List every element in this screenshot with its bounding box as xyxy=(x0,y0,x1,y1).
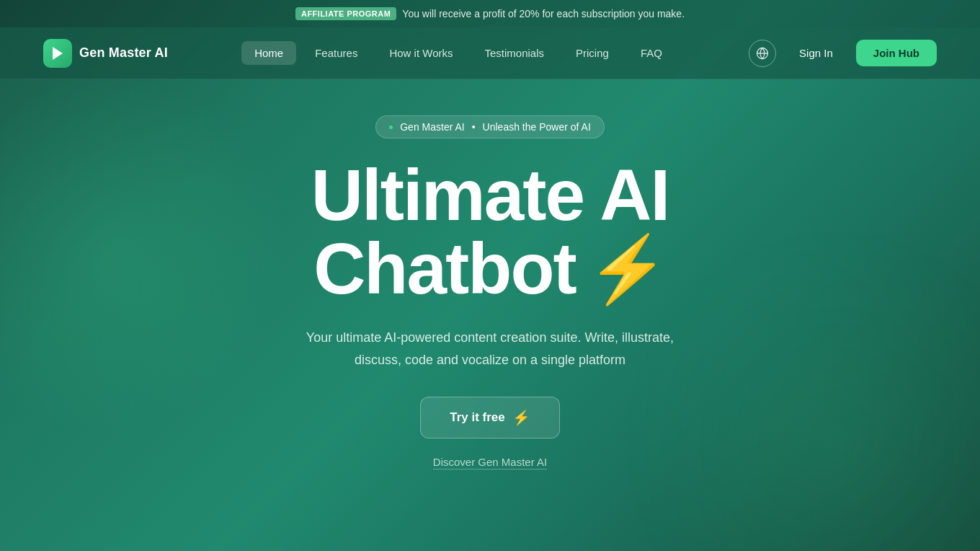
nav-features[interactable]: Features xyxy=(302,41,370,65)
tag-separator: • xyxy=(472,121,476,133)
nav-testimonials[interactable]: Testimonials xyxy=(471,41,557,65)
nav-actions: Sign In Join Hub xyxy=(749,40,937,67)
hero-chatbot-text: Chatbot xyxy=(313,231,576,307)
nav-faq[interactable]: FAQ xyxy=(628,41,675,65)
logo-svg xyxy=(49,45,66,62)
discover-link[interactable]: Discover Gen Master AI xyxy=(433,456,547,470)
bolt-icon: ⚡ xyxy=(587,237,667,301)
tag-subtext: Unleash the Power of AI xyxy=(483,121,591,133)
announcement-bar: AFFILIATE PROGRAM You will receive a pro… xyxy=(0,0,980,27)
tag-pill: Gen Master AI • Unleash the Power of AI xyxy=(375,115,605,138)
hero-title-line1: Ultimate AI xyxy=(311,159,669,231)
hero-section: Gen Master AI • Unleash the Power of AI … xyxy=(0,79,980,498)
cta-button[interactable]: Try it free ⚡ xyxy=(420,397,560,438)
affiliate-badge: AFFILIATE PROGRAM xyxy=(295,7,396,20)
nav-pricing[interactable]: Pricing xyxy=(563,41,622,65)
globe-icon xyxy=(756,47,769,60)
tag-brand: Gen Master AI xyxy=(400,121,464,133)
navbar: Gen Master AI Home Features How it Works… xyxy=(0,27,980,79)
logo-text: Gen Master AI xyxy=(79,45,168,61)
logo[interactable]: Gen Master AI xyxy=(43,39,168,68)
cta-label: Try it free xyxy=(450,410,505,425)
join-hub-button[interactable]: Join Hub xyxy=(856,40,937,66)
nav-how-it-works[interactable]: How it Works xyxy=(376,41,466,65)
language-button[interactable] xyxy=(749,40,776,67)
hero-title-line2: Chatbot ⚡ xyxy=(313,231,667,307)
nav-links: Home Features How it Works Testimonials … xyxy=(241,41,675,65)
sign-in-button[interactable]: Sign In xyxy=(785,41,847,65)
hero-subtitle: Your ultimate AI-powered content creatio… xyxy=(288,327,692,371)
tag-dot xyxy=(389,125,393,129)
nav-home[interactable]: Home xyxy=(241,41,296,65)
announcement-text: You will receive a profit of 20% for eac… xyxy=(402,8,685,19)
cta-bolt-icon: ⚡ xyxy=(512,409,530,426)
logo-icon xyxy=(43,39,72,68)
